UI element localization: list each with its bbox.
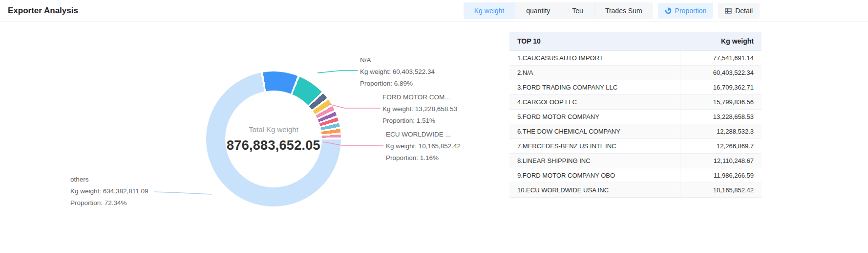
- metric-tabs: Kg weightquantityTeuTrades Sum: [464, 2, 653, 19]
- table-row: 8.LINEAR SHIPPING INC12,110,248.67: [509, 154, 762, 168]
- table-row: 7.MERCEDES-BENZ US INTL INC12,266,869.7: [509, 139, 762, 154]
- table-row: 5.FORD MOTOR COMPANY13,228,658.53: [509, 110, 762, 124]
- table-header-row: TOP 10 Kg weight: [509, 32, 762, 51]
- table-icon: [725, 7, 732, 14]
- exporter-name-cell: 8.LINEAR SHIPPING INC: [509, 154, 680, 168]
- tab-teu[interactable]: Teu: [561, 2, 594, 19]
- table-row: 4.CARGOLOOP LLC15,799,836.56: [509, 95, 762, 110]
- table-row: 1.CAUCASUS AUTO IMPORT77,541,691.14: [509, 51, 762, 66]
- kg-weight-cell: 77,541,691.14: [680, 51, 762, 66]
- kg-weight-cell: 12,288,532.3: [680, 124, 762, 139]
- kg-weight-cell: 15,799,836.56: [680, 95, 762, 110]
- donut-center-label: Total Kg weight: [249, 125, 298, 134]
- callout-ford-kg: Kg weight: 13,228,658.53: [382, 103, 457, 115]
- detail-button[interactable]: Detail: [718, 3, 760, 19]
- callout-ford-proportion: Proportion: 1.51%: [382, 115, 457, 127]
- table-row: 9.FORD MOTOR COMPANY OBO11,986,266.59: [509, 168, 762, 183]
- tab-kg-weight[interactable]: Kg weight: [464, 2, 515, 19]
- top10-table: TOP 10 Kg weight 1.CAUCASUS AUTO IMPORT7…: [509, 32, 762, 198]
- callout-na-proportion: Proportion: 6.89%: [360, 78, 435, 90]
- callout-ecu-proportion: Proportion: 1.16%: [386, 152, 461, 164]
- exporter-donut-panel: Total Kg weight 876,883,652.05 N/A Kg we…: [0, 22, 509, 252]
- callout-ecu-kg: Kg weight: 10,165,852.42: [386, 140, 461, 152]
- kg-weight-cell: 10,165,852.42: [680, 183, 762, 198]
- kg-weight-cell: 12,110,248.67: [680, 154, 762, 168]
- kg-weight-cell: 16,709,362.71: [680, 80, 762, 95]
- exporter-name-cell: 9.FORD MOTOR COMPANY OBO: [509, 168, 680, 183]
- callout-others-name: others: [70, 174, 148, 185]
- table-header-kg-weight: Kg weight: [680, 32, 762, 51]
- table-row: 10.ECU WORLDWIDE USA INC10,165,852.42: [509, 183, 762, 198]
- donut-center-value: 876,883,652.05: [227, 138, 320, 153]
- callout-ford-motor: FORD MOTOR COM... Kg weight: 13,228,658.…: [382, 92, 457, 127]
- page-title: Exporter Analysis: [8, 6, 78, 16]
- callout-ecu-worldwide: ECU WORLDWIDE ... Kg weight: 10,165,852.…: [386, 129, 461, 164]
- callout-others-kg: Kg weight: 634,382,811.09: [70, 185, 148, 197]
- exporter-name-cell: 10.ECU WORLDWIDE USA INC: [509, 183, 680, 198]
- callout-others: others Kg weight: 634,382,811.09 Proport…: [70, 174, 148, 209]
- proportion-button-label: Proportion: [675, 7, 707, 15]
- proportion-button[interactable]: Proportion: [658, 3, 714, 19]
- table-row: 6.THE DOW CHEMICAL COMPANY12,288,532.3: [509, 124, 762, 139]
- table-header-top10: TOP 10: [509, 32, 680, 51]
- kg-weight-cell: 13,228,658.53: [680, 110, 762, 124]
- exporter-name-cell: 7.MERCEDES-BENZ US INTL INC: [509, 139, 680, 154]
- exporter-name-cell: 1.CAUCASUS AUTO IMPORT: [509, 51, 680, 66]
- header: Exporter Analysis Kg weightquantityTeuTr…: [0, 0, 868, 22]
- kg-weight-cell: 11,986,266.59: [680, 168, 762, 183]
- callout-ecu-name: ECU WORLDWIDE ...: [386, 129, 461, 140]
- exporter-name-cell: 5.FORD MOTOR COMPANY: [509, 110, 680, 124]
- table-row: 2.N/A60,403,522.34: [509, 66, 762, 80]
- callout-na-kg: Kg weight: 60,403,522.34: [360, 66, 435, 78]
- table-body: 1.CAUCASUS AUTO IMPORT77,541,691.142.N/A…: [509, 51, 762, 198]
- callout-na-name: N/A: [360, 54, 435, 66]
- donut-chart-icon: [665, 7, 672, 14]
- header-controls: Kg weightquantityTeuTrades Sum Proportio…: [464, 2, 760, 19]
- table-row: 3.FORD TRADING COMPANY LLC16,709,362.71: [509, 80, 762, 95]
- callout-others-proportion: Proportion: 72.34%: [70, 197, 148, 209]
- tab-trades-sum[interactable]: Trades Sum: [594, 2, 653, 19]
- detail-button-label: Detail: [735, 7, 753, 15]
- main-content: Total Kg weight 876,883,652.05 N/A Kg we…: [0, 22, 868, 252]
- top10-table-panel: TOP 10 Kg weight 1.CAUCASUS AUTO IMPORT7…: [509, 22, 762, 252]
- donut-chart[interactable]: Total Kg weight 876,883,652.05: [206, 71, 341, 207]
- exporter-name-cell: 3.FORD TRADING COMPANY LLC: [509, 80, 680, 95]
- exporter-name-cell: 2.N/A: [509, 66, 680, 80]
- donut-hole: Total Kg weight 876,883,652.05: [225, 91, 322, 187]
- kg-weight-cell: 60,403,522.34: [680, 66, 762, 80]
- callout-ford-name: FORD MOTOR COM...: [382, 92, 457, 103]
- tab-quantity[interactable]: quantity: [515, 2, 561, 19]
- kg-weight-cell: 12,266,869.7: [680, 139, 762, 154]
- exporter-name-cell: 4.CARGOLOOP LLC: [509, 95, 680, 110]
- callout-na: N/A Kg weight: 60,403,522.34 Proportion:…: [360, 54, 435, 90]
- exporter-name-cell: 6.THE DOW CHEMICAL COMPANY: [509, 124, 680, 139]
